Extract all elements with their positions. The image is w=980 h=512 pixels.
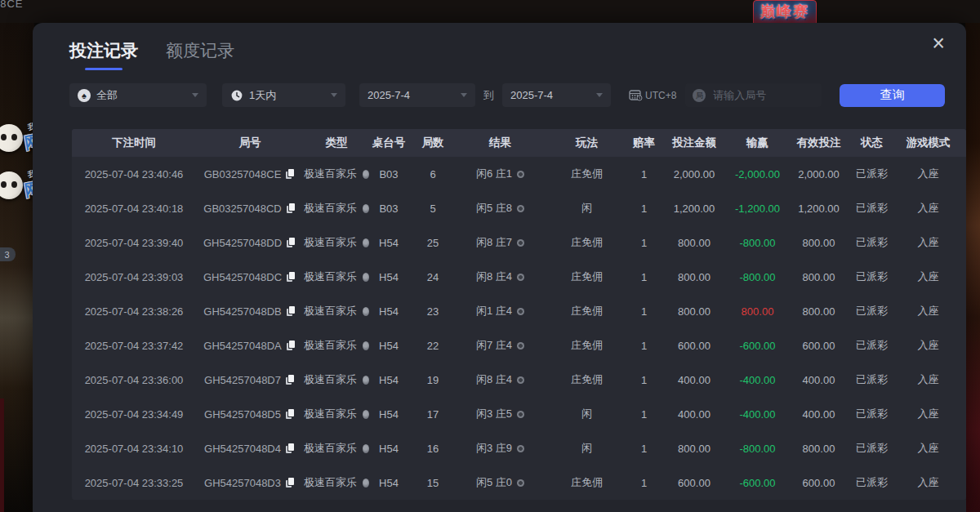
table-number: B03 xyxy=(369,191,408,225)
play-type: 庄免佣 xyxy=(543,465,630,500)
bet-records-modal: × 投注记录 额度记录 ♠ 全部 1天内 xyxy=(33,23,966,512)
valid-bet: 600.00 xyxy=(784,465,853,500)
copy-icon[interactable] xyxy=(287,341,296,351)
column-header: 投注金额 xyxy=(657,129,731,157)
status: 已派彩 xyxy=(853,294,890,328)
result: 闲6 庄1 xyxy=(476,167,512,181)
game-info-icon[interactable] xyxy=(363,238,369,247)
spade-icon: ♠ xyxy=(78,89,91,102)
copy-icon[interactable] xyxy=(286,409,296,420)
game-info-icon[interactable] xyxy=(363,479,369,488)
bet-amount: 400.00 xyxy=(657,397,731,431)
game-type: 极速百家乐 xyxy=(304,235,357,250)
result-detail-icon[interactable] xyxy=(517,308,524,315)
bet-time: 2025-07-04 23:36:00 xyxy=(72,363,196,397)
result-detail-icon[interactable] xyxy=(517,171,524,178)
table-row: 2025-07-04 23:34:10 GH54257048D4 极速百家乐 H… xyxy=(72,431,966,465)
chat-count-badge: 3 xyxy=(0,247,16,261)
win-loss: -800.00 xyxy=(731,225,784,260)
result: 闲3 庄5 xyxy=(476,407,512,421)
game-info-icon[interactable] xyxy=(363,376,369,385)
time-range-select[interactable]: 1天内 xyxy=(222,83,345,107)
play-type: 庄免佣 xyxy=(543,294,630,328)
table-body: 2025-07-04 23:40:46 GB03257048CE 极速百家乐 B… xyxy=(72,157,966,500)
column-header: 玩法 xyxy=(543,129,630,157)
date-from-select[interactable]: 2025-7-4 xyxy=(359,83,475,107)
round-number: 16 xyxy=(408,431,457,465)
result-detail-icon[interactable] xyxy=(517,342,524,349)
result-detail-icon[interactable] xyxy=(517,445,524,452)
result-detail-icon[interactable] xyxy=(517,205,524,212)
game-mode: 入座 xyxy=(890,363,966,397)
copy-icon[interactable] xyxy=(287,238,296,248)
bet-amount: 1,200.00 xyxy=(657,191,731,225)
table-row: 2025-07-04 23:39:40 GH54257048DD 极速百家乐 H… xyxy=(72,225,966,260)
copy-icon[interactable] xyxy=(287,203,296,214)
game-mode: 入座 xyxy=(890,465,966,500)
result: 闲7 庄4 xyxy=(476,338,512,353)
copy-icon[interactable] xyxy=(286,169,296,180)
bet-amount: 600.00 xyxy=(657,328,731,363)
calendar-icon xyxy=(629,89,643,101)
round-search[interactable]: 局 xyxy=(685,83,822,107)
copy-icon[interactable] xyxy=(286,443,296,454)
result-cell: 闲8 庄4 xyxy=(457,363,543,397)
round-id-cell: GH54257048DB xyxy=(196,294,304,328)
round-id: GB03257048CD xyxy=(203,203,281,215)
game-info-icon[interactable] xyxy=(363,273,369,282)
game-type: 极速百家乐 xyxy=(304,167,357,181)
category-select[interactable]: ♠ 全部 xyxy=(69,83,207,107)
query-button[interactable]: 查询 xyxy=(840,84,945,107)
result-detail-icon[interactable] xyxy=(517,479,524,487)
result-detail-icon[interactable] xyxy=(517,411,524,418)
background-right-strip xyxy=(965,0,980,512)
result-detail-icon[interactable] xyxy=(517,376,524,384)
result-detail-icon[interactable] xyxy=(517,239,524,247)
tab-quota-records[interactable]: 额度记录 xyxy=(166,39,234,70)
round-id-cell: GH54257048DA xyxy=(196,328,304,363)
table-row: 2025-07-04 23:33:25 GH54257048D3 极速百家乐 H… xyxy=(72,465,966,500)
close-icon[interactable]: × xyxy=(932,33,945,55)
copy-icon[interactable] xyxy=(287,272,296,283)
valid-bet: 800.00 xyxy=(784,431,853,465)
play-type: 庄免佣 xyxy=(543,225,630,260)
copy-icon[interactable] xyxy=(286,375,296,385)
valid-bet: 2,000.00 xyxy=(784,157,853,191)
bet-time: 2025-07-04 23:40:46 xyxy=(72,157,196,191)
result-cell: 闲7 庄4 xyxy=(457,328,543,363)
result-cell: 闲8 庄4 xyxy=(457,260,543,294)
round-number: 23 xyxy=(408,294,457,328)
result-cell: 闲5 庄0 xyxy=(457,465,543,500)
result: 闲1 庄4 xyxy=(476,304,512,318)
game-info-icon[interactable] xyxy=(363,341,369,350)
round-id-cell: GH54257048D5 xyxy=(196,397,304,431)
status: 已派彩 xyxy=(853,328,890,363)
result-detail-icon[interactable] xyxy=(517,274,524,281)
round-search-input[interactable] xyxy=(711,88,804,102)
game-mode: 入座 xyxy=(890,157,966,191)
game-type-cell: 极速百家乐 xyxy=(304,363,369,397)
copy-icon[interactable] xyxy=(286,478,296,488)
game-info-icon[interactable] xyxy=(363,204,369,213)
result: 闲8 庄4 xyxy=(476,372,512,387)
round-id: GH54257048DB xyxy=(203,305,281,318)
game-info-icon[interactable] xyxy=(363,444,369,453)
game-info-icon[interactable] xyxy=(363,307,369,316)
game-type-cell: 极速百家乐 xyxy=(304,157,369,191)
game-info-icon[interactable] xyxy=(363,170,369,179)
result: 闲3 庄9 xyxy=(476,441,512,456)
tab-bet-records[interactable]: 投注记录 xyxy=(69,39,138,70)
date-to-select[interactable]: 2025-7-4 xyxy=(502,83,611,107)
result: 闲5 庄8 xyxy=(476,201,512,216)
status: 已派彩 xyxy=(853,225,890,260)
odds: 1 xyxy=(630,431,657,465)
bet-time: 2025-07-04 23:40:18 xyxy=(72,191,196,225)
background-red-edge xyxy=(0,398,4,512)
win-loss: -400.00 xyxy=(731,363,784,397)
copy-icon[interactable] xyxy=(287,306,296,317)
background-top-strip xyxy=(0,0,980,23)
valid-bet: 400.00 xyxy=(784,397,853,431)
win-loss: -800.00 xyxy=(731,260,784,294)
round-icon: 局 xyxy=(693,89,706,102)
game-info-icon[interactable] xyxy=(363,410,369,419)
